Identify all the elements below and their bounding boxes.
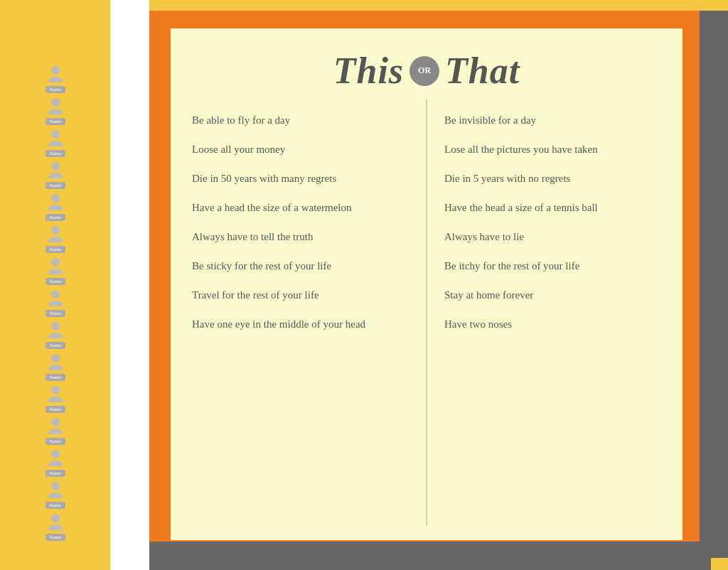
avatar-name: Name	[46, 406, 65, 413]
svg-point-11	[51, 418, 60, 426]
svg-point-5	[51, 226, 60, 235]
title-or: OR	[410, 56, 439, 86]
avatar-item-11: Name	[45, 416, 66, 445]
person-icon	[45, 288, 66, 309]
avatar-name: Name	[46, 150, 65, 157]
avatar-item-13: Name	[45, 480, 66, 509]
svg-point-7	[51, 290, 60, 299]
right-item-5: Be itchy for the rest of your life	[444, 252, 661, 281]
person-icon	[45, 192, 66, 213]
avatar-name: Name	[46, 502, 65, 509]
svg-point-0	[51, 66, 60, 75]
left-item-6: Travel for the rest of your life	[192, 281, 409, 310]
svg-point-14	[51, 514, 60, 522]
avatar-name: Name	[46, 86, 65, 93]
left-item-5: Be sticky for the rest of your life	[192, 252, 409, 281]
avatar-name: Name	[46, 214, 65, 221]
right-item-1: Lose all the pictures you have taken	[444, 135, 661, 164]
avatar-item-3: Name	[45, 160, 66, 189]
avatar-name: Name	[46, 182, 65, 189]
person-icon	[45, 224, 66, 245]
svg-point-4	[51, 194, 60, 203]
person-icon	[45, 448, 66, 469]
person-icon	[45, 480, 66, 501]
right-item-0: Be invisible for a day	[444, 106, 661, 135]
avatar-item-5: Name	[45, 224, 66, 253]
left-item-2: Die in 50 years with many regrets	[192, 164, 409, 193]
left-item-0: Be able to fly for a day	[192, 106, 409, 135]
left-item-4: Always have to tell the truth	[192, 222, 409, 252]
avatar-item-7: Name	[45, 288, 66, 317]
svg-point-8	[51, 322, 60, 330]
avatar-name: Name	[46, 374, 65, 381]
content-area: Be able to fly for a dayLoose all your m…	[171, 106, 682, 339]
left-item-1: Loose all your money	[192, 135, 409, 164]
gray-bottom	[149, 542, 711, 570]
svg-point-12	[51, 450, 60, 458]
avatar-item-12: Name	[45, 448, 66, 477]
avatar-name: Name	[46, 470, 65, 477]
person-icon	[45, 352, 66, 373]
right-item-6: Stay at home forever	[444, 281, 661, 310]
avatar-item-10: Name	[45, 384, 66, 413]
avatar-item-8: Name	[45, 320, 66, 349]
svg-point-3	[51, 162, 60, 171]
person-icon	[45, 384, 66, 405]
avatar-item-4: Name	[45, 192, 66, 221]
svg-point-9	[51, 354, 60, 362]
person-icon	[45, 512, 66, 533]
svg-point-13	[51, 482, 60, 490]
right-item-3: Have the head a size of a tennis ball	[444, 193, 661, 222]
avatar-name: Name	[46, 118, 65, 125]
svg-point-2	[51, 130, 60, 139]
person-icon	[45, 128, 66, 149]
title-that: That	[445, 50, 520, 92]
avatar-name: Name	[46, 342, 65, 349]
title-this: This	[333, 50, 404, 92]
left-column: Be able to fly for a dayLoose all your m…	[192, 106, 427, 339]
avatar-name: Name	[46, 278, 65, 285]
white-strip	[110, 0, 149, 570]
avatar-name: Name	[46, 534, 65, 541]
main-card: This OR That Be able to fly for a dayLoo…	[171, 28, 682, 540]
person-icon	[45, 320, 66, 341]
right-item-4: Always have to lie	[444, 222, 661, 252]
right-column: Be invisible for a dayLose all the pictu…	[427, 106, 661, 339]
avatar-item-1: Name	[45, 96, 66, 125]
svg-point-6	[51, 258, 60, 267]
avatar-item-0: Name	[45, 64, 66, 93]
avatar-item-9: Name	[45, 352, 66, 381]
avatar-item-6: Name	[45, 256, 66, 285]
svg-point-1	[51, 98, 60, 107]
avatar-item-14: Name	[45, 512, 66, 541]
person-icon	[45, 96, 66, 117]
gray-right	[700, 11, 728, 558]
avatar-name: Name	[46, 246, 65, 253]
avatar-item-2: Name	[45, 128, 66, 157]
title-area: This OR That	[171, 28, 682, 106]
person-icon	[45, 64, 66, 85]
left-item-7: Have one eye in the middle of your head	[192, 310, 409, 339]
person-icon	[45, 160, 66, 181]
sidebar: Name Name Name Name Name Name Name Name …	[0, 0, 110, 570]
person-icon	[45, 256, 66, 277]
left-item-3: Have a head the size of a watermelon	[192, 193, 409, 222]
svg-point-10	[51, 386, 60, 394]
right-item-2: Die in 5 years with no regrets	[444, 164, 661, 193]
avatar-name: Name	[46, 310, 65, 317]
person-icon	[45, 416, 66, 437]
right-item-7: Have two noses	[444, 310, 661, 339]
avatar-name: Name	[46, 438, 65, 445]
